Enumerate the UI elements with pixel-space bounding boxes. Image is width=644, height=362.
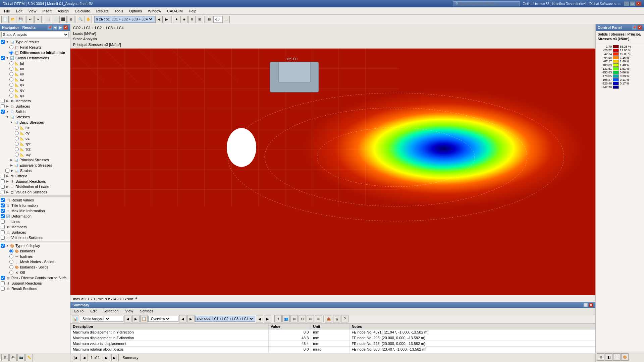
- tree-maxmin[interactable]: ↕ Max Min Information: [0, 208, 70, 214]
- sum-export-btn[interactable]: 📤: [325, 315, 332, 322]
- cp-btn2[interactable]: ◧: [605, 353, 612, 361]
- sum-print-btn[interactable]: 🖨: [333, 315, 340, 322]
- dist-loads-toggle[interactable]: ▶: [5, 185, 9, 189]
- tree-off[interactable]: ✕ Off: [0, 270, 70, 275]
- maximize-button[interactable]: □: [630, 1, 635, 6]
- tree-title-info[interactable]: ℹ Title Information: [0, 203, 70, 208]
- sigma-y-radio[interactable]: [15, 131, 19, 135]
- isobands-radio[interactable]: [9, 249, 13, 253]
- menu-edit[interactable]: Edit: [13, 8, 25, 14]
- summary-table-row[interactable]: Maximum vectorial displacement 43.4 mm F…: [71, 341, 595, 347]
- tree-deformation[interactable]: 🔄 Deformation: [0, 214, 70, 219]
- footer-last-btn[interactable]: ▶|: [111, 354, 119, 361]
- tree-members-display[interactable]: ⚙ Members: [0, 224, 70, 230]
- nav-close-btn[interactable]: ✕: [63, 25, 68, 30]
- nav-camera-btn[interactable]: 📷: [17, 354, 25, 361]
- tree-criteria[interactable]: ▶ ⚖ Criteria: [0, 173, 70, 179]
- tree-uy[interactable]: 📐 uy: [0, 71, 70, 77]
- summary-next-btn[interactable]: ▶: [132, 315, 140, 322]
- tree-solids[interactable]: ▼ ⬡ Solids: [0, 109, 70, 114]
- nav-eye-btn[interactable]: 👁: [9, 354, 17, 361]
- summary-overview-select[interactable]: Overview: [150, 317, 170, 321]
- menu-tools[interactable]: Tools: [112, 8, 126, 14]
- cp-close-btn[interactable]: ✕: [637, 25, 642, 30]
- sum-btn6[interactable]: ➡: [315, 315, 322, 322]
- title-info-check[interactable]: [1, 203, 5, 207]
- save-btn[interactable]: 💾: [17, 16, 24, 23]
- summary-lc-next[interactable]: ▶: [264, 315, 271, 322]
- support-reactions-2-check[interactable]: [1, 281, 5, 285]
- principal-toggle[interactable]: ▶: [9, 158, 13, 162]
- deformation-check[interactable]: [1, 214, 5, 218]
- analysis-type-select[interactable]: Static Analysis: [1, 32, 69, 37]
- summary-analysis-select[interactable]: Static Analysis: [81, 317, 110, 321]
- undo-btn[interactable]: ↩: [26, 16, 34, 23]
- next-lc-btn[interactable]: ▶: [163, 16, 170, 23]
- menu-file[interactable]: File: [1, 8, 13, 14]
- menu-view[interactable]: View: [26, 8, 39, 14]
- sum-btn4[interactable]: ⊟: [299, 315, 306, 322]
- uz-radio[interactable]: [9, 77, 13, 81]
- type-of-results-check[interactable]: [1, 40, 5, 44]
- tree-phiy[interactable]: 📐 φy: [0, 87, 70, 93]
- tree-tau-xz[interactable]: 📐 τxz: [0, 146, 70, 152]
- isobands-solids-radio[interactable]: [9, 265, 13, 269]
- sigma-x-radio[interactable]: [15, 126, 19, 130]
- menu-assign[interactable]: Assign: [55, 8, 71, 14]
- strains-toggle[interactable]: ▶: [10, 169, 14, 173]
- tree-tau-xy[interactable]: 📐 τxy: [0, 152, 70, 157]
- menu-options[interactable]: Options: [126, 8, 145, 14]
- tree-ux[interactable]: 📐 ux: [0, 66, 70, 71]
- footer-next-btn[interactable]: ▶: [103, 354, 110, 361]
- summary-lc-select[interactable]: LC1 + LC2 + LC3 + LC4: [211, 317, 254, 321]
- tau-yz-radio[interactable]: [15, 142, 19, 146]
- nav-settings-btn[interactable]: ⚙: [1, 354, 9, 361]
- phiy-radio[interactable]: [9, 88, 13, 92]
- tree-principal-stresses[interactable]: ▶ 📊 Principal Stresses: [0, 157, 70, 163]
- nav-right-btn[interactable]: ▶: [58, 25, 63, 30]
- tree-sigma-y[interactable]: 📐 σy: [0, 130, 70, 136]
- summary-lc-prev[interactable]: ◀: [256, 315, 263, 322]
- tree-lines-display[interactable]: — Lines: [0, 219, 70, 224]
- tree-isobands[interactable]: 🎨 Isobands: [0, 248, 70, 254]
- summary-tab-selection[interactable]: Selection: [101, 309, 120, 313]
- tree-stresses[interactable]: ▼ 📊 Stresses: [0, 114, 70, 120]
- tree-surfaces-display[interactable]: ◻ Surfaces: [0, 230, 70, 235]
- summary-next2-btn[interactable]: ▶: [187, 315, 195, 322]
- summary-tab-goto[interactable]: Go To: [72, 309, 86, 313]
- tree-values-surfaces[interactable]: ▶ ◻ Values on Surfaces: [0, 189, 70, 195]
- type-display-toggle[interactable]: ▼: [5, 244, 9, 248]
- stresses-toggle[interactable]: ▼: [5, 115, 9, 119]
- menu-cad-bim[interactable]: CAD-BIM: [164, 8, 185, 14]
- dist-loads-check[interactable]: [1, 185, 5, 189]
- summary-tab-settings[interactable]: Settings: [138, 309, 155, 313]
- tree-type-of-results[interactable]: ▼ 📊 Type of results: [0, 39, 70, 45]
- values-surfaces-check[interactable]: [1, 190, 5, 194]
- solids-toggle[interactable]: ▼: [5, 110, 9, 114]
- tree-surfaces[interactable]: ▶ ◻ Surfaces: [0, 104, 70, 109]
- members-display-check[interactable]: [1, 225, 5, 229]
- cp-btn3[interactable]: ☰: [613, 353, 621, 361]
- sigma-z-radio[interactable]: [15, 136, 19, 140]
- tree-final-results[interactable]: 📋 Final Results: [0, 45, 70, 50]
- footer-prev-btn[interactable]: ◀: [80, 354, 88, 361]
- cp-pin-btn[interactable]: 📌: [632, 25, 637, 30]
- summary-tab-view[interactable]: View: [123, 309, 135, 313]
- tree-result-values[interactable]: 📋 Result Values: [0, 197, 70, 203]
- tree-sigma-x[interactable]: 📐 σx: [0, 125, 70, 130]
- members-check[interactable]: [1, 99, 5, 103]
- tree-ribs[interactable]: ⊞ Ribs - Effective Contribution on Surfa…: [0, 275, 70, 281]
- tree-support-reactions-2[interactable]: ⬇ Support Reactions: [0, 281, 70, 286]
- type-of-results-toggle[interactable]: ▼: [5, 40, 9, 44]
- summary-tab-edit[interactable]: Edit: [88, 309, 99, 313]
- final-results-radio[interactable]: [9, 45, 13, 49]
- axis-btn[interactable]: ⊟: [206, 16, 213, 23]
- menu-calculate[interactable]: Calculate: [72, 8, 93, 14]
- tree-values-surfaces-2[interactable]: ◻ Values on Surfaces: [0, 235, 70, 240]
- sum-btn2[interactable]: 👥: [282, 315, 290, 322]
- summary-prev-btn[interactable]: ◀: [124, 315, 131, 322]
- tree-u[interactable]: 📐 |u|: [0, 61, 70, 66]
- solids-check[interactable]: [1, 110, 5, 114]
- values-surfaces-toggle[interactable]: ▶: [5, 190, 9, 194]
- equiv-toggle[interactable]: ▶: [9, 163, 13, 167]
